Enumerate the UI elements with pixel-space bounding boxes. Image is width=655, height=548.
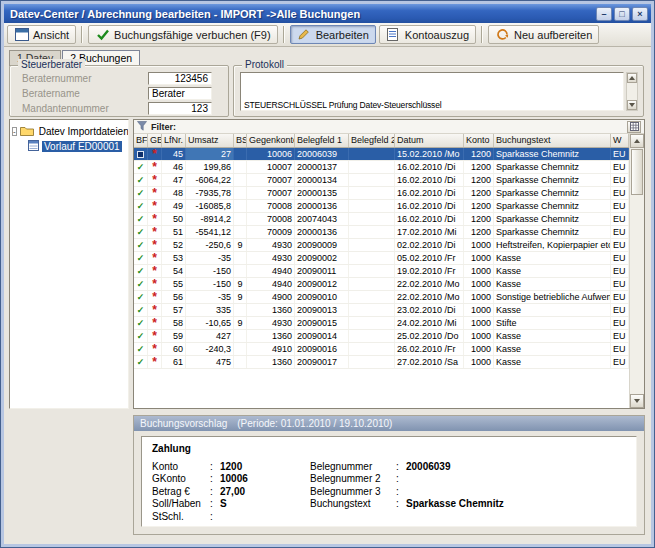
details-columns: Konto:1200GKonto:10006Betrag €:27,00Soll… [152,460,626,523]
beratername-row: Beratername Berater [22,87,212,100]
cell-text: Sparkasse Chemnitz [494,148,611,160]
maximize-button[interactable]: □ [614,7,630,21]
table-row[interactable]: ✓*51-5541,12700092000013617.02.2010 /Mi1… [134,226,629,239]
table-row[interactable]: ✓*5942713602009001425.02.2010 /Do1000Kas… [134,330,629,343]
column-header[interactable]: BF [134,134,148,147]
kontoauszug-label: Kontoauszug [405,29,469,41]
column-header[interactable]: GB [148,134,162,147]
minimize-button[interactable]: – [596,7,612,21]
row-ok-icon: ✓ [134,317,148,329]
detail-field: GKonto:10006 [152,473,310,486]
table-row[interactable]: ✓*58-10,65949302009001524.02.2010 /Mi100… [134,317,629,330]
column-header[interactable]: Konto [464,134,494,147]
column-header[interactable]: Umsatz [186,134,234,147]
row-ok-icon: ✓ [134,252,148,264]
cell-beleg1: 20000136 [295,200,349,212]
pencil-icon [297,28,312,41]
cell-konto: 1200 [464,200,494,212]
column-header[interactable]: W [611,134,629,147]
cell-gegenkonto: 1360 [247,356,295,368]
table-row[interactable]: ✓*56-35949002009001022.02.2010 /Mo1000So… [134,291,629,304]
cell-gegenkonto: 4930 [247,252,295,264]
cell-lfnr: 60 [162,343,186,355]
row-ok-icon: ✓ [134,356,148,368]
ansicht-button[interactable]: Ansicht [7,25,76,44]
table-row[interactable]: ✓*49-16085,8700082000013616.02.2010 /Di1… [134,200,629,213]
filter-row[interactable]: Filter: [134,120,644,134]
scroll-up-icon[interactable] [627,73,637,83]
column-header[interactable]: Belegfeld 1 [295,134,349,147]
row-flag-icon: * [148,148,162,160]
column-header[interactable]: BS [234,134,247,147]
neu-aufbereiten-button[interactable]: Neu aufbereiten [488,25,599,44]
cell-bs: 9 [234,291,247,303]
column-header[interactable]: LfNr. [162,134,186,147]
column-header[interactable]: Buchungstext [494,134,611,147]
cell-w: EU [611,200,629,212]
column-header[interactable]: Belegfeld 2 [349,134,395,147]
cell-umsatz: 199,86 [186,161,234,173]
cell-konto: 1000 [464,239,494,251]
cell-lfnr: 54 [162,265,186,277]
cell-gegenkonto: 70009 [247,226,295,238]
cell-text: Sonstige betriebliche Aufwendu [494,291,611,303]
cell-bs [234,356,247,368]
scroll-down-button[interactable] [630,394,644,408]
filter-label: Filter: [151,122,176,132]
cell-beleg2 [349,252,395,264]
beraternummer-field[interactable]: 123456 [148,72,212,85]
window-content: Ansicht Buchungsfähige verbuchen (F9) Be… [4,23,651,544]
cell-text: Kasse [494,265,611,277]
cell-datum: 26.02.2010 /Fr [395,343,464,355]
table-row[interactable]: ✓*55-150949402009001222.02.2010 /Mo1000K… [134,278,629,291]
vertical-scrollbar[interactable] [629,134,644,408]
table-row[interactable]: ✓*5733513602009001323.02.2010 /Di1000Kas… [134,304,629,317]
table-row[interactable]: ✓*60-240,349102009001626.02.2010 /Fr1000… [134,343,629,356]
mandantennummer-label: Mandantennummer [22,103,148,114]
scroll-up-button[interactable] [630,134,644,148]
kontoauszug-button[interactable]: Kontoauszug [379,25,476,44]
row-flag-icon: * [148,226,162,238]
cell-bs [234,161,247,173]
row-ok-icon: ✓ [134,226,148,238]
mandantennummer-field[interactable]: 123 [148,102,212,115]
table-row[interactable]: ✓*6147513602009001727.02.2010 /Sa1000Kas… [134,356,629,369]
table-row[interactable]: ✓*52-250,6949302009000902.02.2010 /Di100… [134,239,629,252]
cell-umsatz: -35 [186,291,234,303]
table-row[interactable]: ✓*54-15049402009001119.02.2010 /Fr1000Ka… [134,265,629,278]
cell-konto: 1000 [464,252,494,264]
cell-w: EU [611,252,629,264]
tree-item-vorlauf[interactable]: Vorlauf ED00001 [12,139,126,154]
beratername-field[interactable]: Berater [148,87,212,100]
verbuchen-button[interactable]: Buchungsfähige verbuchen (F9) [88,25,278,44]
column-header[interactable]: Gegenkonto [247,134,295,147]
expander-icon[interactable]: - [12,127,17,136]
column-config-button[interactable] [627,121,641,133]
scrollbar-thumb[interactable] [631,149,643,195]
cell-bs [234,343,247,355]
table-row[interactable]: ✓*46199,86100072000013716.02.2010 /Di120… [134,161,629,174]
booking-type: Zahlung [152,443,626,456]
cell-umsatz: -10,65 [186,317,234,329]
table-row[interactable]: ✓*50-8914,2700082007404316.02.2010 /Di12… [134,213,629,226]
bearbeiten-button[interactable]: Bearbeiten [290,25,376,44]
table-row[interactable]: *4527100062000603915.02.2010 /Mo1200Spar… [134,148,629,161]
cell-konto: 1200 [464,187,494,199]
row-flag-icon: * [148,252,162,264]
cell-beleg1: 20090010 [295,291,349,303]
table-row[interactable]: ✓*47-6064,22700072000013416.02.2010 /Di1… [134,174,629,187]
table-row[interactable]: ✓*53-3549302009000205.02.2010 /Fr1000Kas… [134,252,629,265]
table-row[interactable]: ✓*48-7935,78700072000013516.02.2010 /Di1… [134,187,629,200]
tree-item-importdateien[interactable]: - Datev Importdateien [12,124,126,139]
cell-beleg1: 20000136 [295,226,349,238]
cell-lfnr: 45 [162,148,186,160]
cell-gegenkonto: 4930 [247,317,295,329]
scroll-down-icon[interactable] [627,100,637,110]
close-button[interactable]: × [632,7,648,21]
protokoll-scrollbar[interactable] [626,72,638,111]
filter-icon [137,121,147,133]
column-header[interactable]: Datum [395,134,464,147]
cell-text: Sparkasse Chemnitz [494,226,611,238]
cell-lfnr: 59 [162,330,186,342]
scrollbar-track[interactable] [630,196,644,394]
